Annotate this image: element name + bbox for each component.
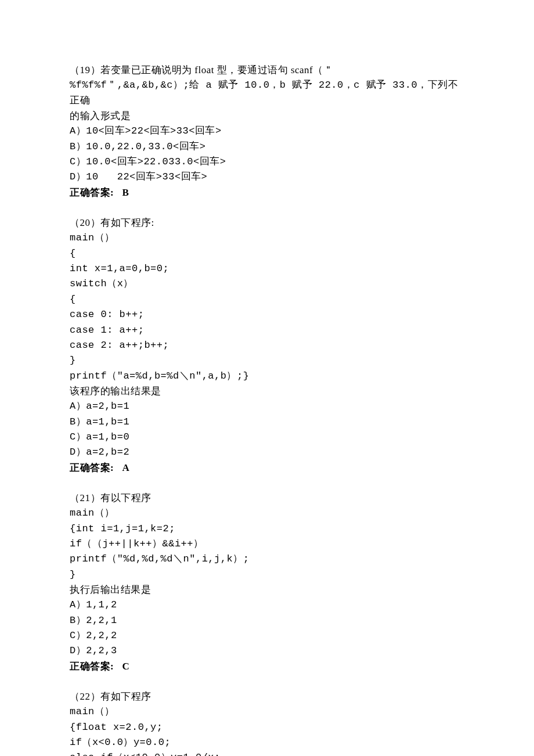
q20-code-line: case 2: a++;b++; bbox=[70, 338, 464, 353]
q20-code-line: { bbox=[70, 246, 464, 261]
question-20: （20）有如下程序: main（） { int x=1,a=0,b=0; swi… bbox=[70, 215, 464, 476]
q22-stem: （22）有如下程序 bbox=[70, 689, 464, 704]
q21-answer: 正确答案: C bbox=[70, 659, 464, 674]
q20-code-line: printf（"a=%d,b=%d＼n",a,b）;} bbox=[70, 369, 464, 384]
q19-stem-line2: %f%f%f＂,&a,&b,&c）;给 a 赋予 10.0，b 赋予 22.0，… bbox=[70, 78, 464, 109]
q22-code-line: if（x<0.0）y=0.0; bbox=[70, 735, 464, 750]
q20-option-d: D）a=2,b=2 bbox=[70, 445, 464, 460]
q21-option-b: B）2,2,1 bbox=[70, 613, 464, 628]
q20-code-line: } bbox=[70, 353, 464, 368]
q20-code-line: switch（x） bbox=[70, 276, 464, 291]
q21-option-a: A）1,1,2 bbox=[70, 597, 464, 613]
q19-stem-line3: 的输入形式是 bbox=[70, 109, 464, 124]
q20-option-b: B）a=1,b=1 bbox=[70, 415, 464, 430]
q21-option-c: C）2,2,2 bbox=[70, 628, 464, 643]
q19-option-c: C）10.0<回车>22.033.0<回车> bbox=[70, 154, 464, 170]
q21-prompt: 执行后输出结果是 bbox=[70, 582, 464, 597]
q19-answer: 正确答案: B bbox=[70, 185, 464, 200]
q21-code-line: {int i=1,j=1,k=2; bbox=[70, 521, 464, 537]
q20-code-line: case 1: a++; bbox=[70, 323, 464, 338]
q20-code-line: case 0: b++; bbox=[70, 307, 464, 322]
q20-option-c: C）a=1,b=0 bbox=[70, 430, 464, 445]
q21-code-line: } bbox=[70, 567, 464, 582]
q21-code-line: main（） bbox=[70, 506, 464, 521]
q19-option-b: B）10.0,22.0,33.0<回车> bbox=[70, 139, 464, 154]
q21-code-line: if（（j++||k++）&&i++） bbox=[70, 537, 464, 552]
q20-code-line: main（） bbox=[70, 231, 464, 246]
q20-answer: 正确答案: A bbox=[70, 460, 464, 476]
q20-code-line: int x=1,a=0,b=0; bbox=[70, 261, 464, 276]
q19-option-a: A）10<回车>22<回车>33<回车> bbox=[70, 124, 464, 139]
question-22: （22）有如下程序 main（） {float x=2.0,y; if（x<0.… bbox=[70, 689, 464, 756]
q20-stem: （20）有如下程序: bbox=[70, 215, 464, 231]
q20-code-line: { bbox=[70, 292, 464, 307]
q20-prompt: 该程序的输出结果是 bbox=[70, 384, 464, 399]
q21-option-d: D）2,2,3 bbox=[70, 643, 464, 658]
q20-option-a: A）a=2,b=1 bbox=[70, 399, 464, 414]
q21-code-line: printf（"%d,%d,%d＼n",i,j,k）; bbox=[70, 552, 464, 567]
q19-option-d: D）10 22<回车>33<回车> bbox=[70, 170, 464, 185]
q22-code-line: else if（x<10.0）y=1.0/x; bbox=[70, 750, 464, 756]
q22-code-line: {float x=2.0,y; bbox=[70, 720, 464, 735]
q22-code-line: main（） bbox=[70, 704, 464, 719]
q21-stem: （21）有以下程序 bbox=[70, 491, 464, 506]
question-21: （21）有以下程序 main（） {int i=1,j=1,k=2; if（（j… bbox=[70, 491, 464, 674]
q19-stem-line1: （19）若变量已正确说明为 float 型，要通过语句 scanf（＂ bbox=[70, 63, 464, 78]
question-19: （19）若变量已正确说明为 float 型，要通过语句 scanf（＂ %f%f… bbox=[70, 63, 464, 200]
